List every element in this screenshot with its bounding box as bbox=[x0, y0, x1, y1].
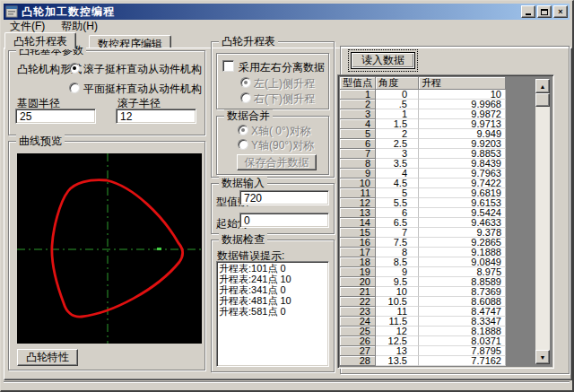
radio-left-lift-label: 左(上)侧升程 bbox=[254, 76, 315, 91]
tab-nc-program-edit[interactable]: 数控程序编辑 bbox=[89, 35, 171, 48]
minimize-button[interactable] bbox=[521, 5, 535, 18]
table-row[interactable]: 319.9872 bbox=[340, 109, 506, 119]
table-row[interactable]: 1789.1888 bbox=[340, 248, 506, 257]
cell-lift: 9.5424 bbox=[419, 208, 506, 218]
table-row[interactable]: 1998.975 bbox=[340, 267, 506, 277]
table-row[interactable]: 41.59.9713 bbox=[340, 119, 506, 129]
table-row[interactable]: 23118.4747 bbox=[340, 307, 506, 317]
table-row[interactable]: 188.59.0849 bbox=[340, 257, 506, 267]
cell-point: 18 bbox=[340, 257, 376, 267]
table-row[interactable]: 125.59.6153 bbox=[340, 198, 506, 208]
radio-x-axis-symmetry bbox=[238, 125, 248, 135]
cell-lift: 9.1888 bbox=[419, 248, 506, 257]
lift-table-header: 型值点 角度 升程 bbox=[340, 77, 552, 90]
cell-angle: .5 bbox=[376, 100, 419, 109]
table-row[interactable]: 2210.58.6088 bbox=[340, 297, 506, 307]
cell-point: 16 bbox=[340, 238, 376, 248]
cell-lift: 8.6088 bbox=[419, 297, 506, 307]
base-radius-input[interactable] bbox=[15, 109, 96, 124]
radio-roller-follower-label[interactable]: 滚子挺杆直动从动件机构 bbox=[83, 62, 202, 77]
scroll-down-button[interactable]: ▼ bbox=[535, 350, 550, 364]
cell-point: 7 bbox=[340, 149, 376, 159]
cell-angle: 13 bbox=[376, 346, 419, 356]
cell-angle: 8.5 bbox=[376, 257, 419, 267]
cell-point: 6 bbox=[340, 139, 376, 149]
cell-angle: 2.5 bbox=[376, 139, 419, 149]
table-row[interactable]: 104.59.7422 bbox=[340, 179, 506, 188]
split-data-checkbox[interactable] bbox=[222, 60, 234, 72]
cell-angle: 10.5 bbox=[376, 297, 419, 307]
cell-angle: 8 bbox=[376, 248, 419, 257]
cell-point: 21 bbox=[340, 287, 376, 297]
cell-point: 22 bbox=[340, 297, 376, 307]
arrow-down-icon: ▼ bbox=[540, 354, 546, 361]
split-data-checkbox-label[interactable]: 采用左右分离数据 bbox=[239, 60, 325, 75]
maximize-button[interactable] bbox=[537, 5, 552, 18]
error-list-item[interactable]: 升程表:241点 10 bbox=[219, 274, 328, 284]
group-curve-preview-title: 曲线预览 bbox=[16, 135, 65, 147]
table-row[interactable]: 739.8853 bbox=[340, 149, 506, 159]
tab-lift-table[interactable]: 凸轮升程表 bbox=[4, 32, 76, 49]
bottom-strip bbox=[4, 381, 570, 389]
cell-lift: 9.949 bbox=[419, 129, 506, 139]
cell-lift: 8.4747 bbox=[419, 307, 506, 317]
table-row[interactable]: 2.59.9968 bbox=[340, 100, 506, 109]
table-row[interactable]: 25128.1888 bbox=[340, 327, 506, 336]
cell-lift: 9.7963 bbox=[419, 169, 506, 179]
title-bar: 凸轮加工数控编程 × bbox=[4, 4, 570, 20]
table-row[interactable]: 1010 bbox=[340, 90, 506, 100]
cell-lift: 9.9713 bbox=[419, 119, 506, 129]
cell-lift: 8.7369 bbox=[419, 287, 506, 297]
header-lift[interactable]: 升程 bbox=[419, 77, 506, 90]
scroll-thumb[interactable] bbox=[535, 93, 550, 107]
cell-angle: 6 bbox=[376, 208, 419, 218]
cell-lift: 7.7162 bbox=[419, 356, 506, 366]
table-row[interactable]: 146.59.4633 bbox=[340, 218, 506, 228]
radio-roller-follower[interactable] bbox=[69, 63, 80, 74]
error-list-item[interactable]: 升程表:481点 10 bbox=[219, 295, 328, 306]
error-list-item[interactable]: 升程表:581点 0 bbox=[219, 306, 328, 317]
cam-characteristics-button[interactable]: 凸轮特性 bbox=[17, 349, 78, 366]
cell-point: 3 bbox=[340, 109, 376, 119]
header-angle[interactable]: 角度 bbox=[376, 77, 419, 90]
table-row[interactable]: 2612.58.0371 bbox=[340, 336, 506, 346]
table-row[interactable]: 167.59.2865 bbox=[340, 238, 506, 248]
table-row[interactable]: 209.58.8589 bbox=[340, 277, 506, 287]
table-body[interactable]: 10102.59.9968319.987241.59.9713529.94962… bbox=[340, 90, 506, 366]
read-data-button[interactable]: 读入数据 bbox=[351, 52, 415, 69]
table-row[interactable]: 1369.5424 bbox=[340, 208, 506, 218]
radio-flat-follower-label[interactable]: 平面挺杆直动从动件机构 bbox=[83, 82, 202, 97]
cell-angle: 7.5 bbox=[376, 238, 419, 248]
table-row[interactable]: 2813.57.7162 bbox=[340, 356, 506, 366]
cell-point: 25 bbox=[340, 327, 376, 336]
group-data-input-title: 数据输入 bbox=[219, 177, 267, 189]
table-row[interactable]: 1579.378 bbox=[340, 228, 506, 238]
menu-bar: 文件(F) 帮助(H) bbox=[4, 20, 570, 33]
minimize-icon bbox=[526, 13, 531, 15]
scroll-up-button[interactable]: ▲ bbox=[535, 79, 550, 93]
close-button[interactable]: × bbox=[553, 5, 568, 18]
point-count-input[interactable] bbox=[239, 190, 329, 205]
table-row[interactable]: 2411.58.3347 bbox=[340, 317, 506, 327]
table-row[interactable]: 949.7963 bbox=[340, 169, 506, 179]
cell-point: 20 bbox=[340, 277, 376, 287]
table-row[interactable]: 83.59.8439 bbox=[340, 159, 506, 169]
table-row[interactable]: 62.59.9203 bbox=[340, 139, 506, 149]
start-angle-input[interactable] bbox=[239, 213, 329, 228]
cell-point: 13 bbox=[340, 208, 376, 218]
cell-lift: 8.975 bbox=[419, 267, 506, 277]
table-row[interactable]: 27137.8795 bbox=[340, 346, 506, 356]
error-listbox[interactable]: 升程表:101点 0升程表:241点 10升程表:341点 0升程表:481点 … bbox=[216, 261, 329, 367]
error-list-item[interactable]: 升程表:101点 0 bbox=[219, 263, 328, 274]
radio-flat-follower[interactable] bbox=[69, 83, 80, 93]
table-row[interactable]: 1159.6819 bbox=[340, 188, 506, 198]
table-scrollbar[interactable]: ▲ ▼ bbox=[535, 79, 550, 364]
table-row[interactable]: 21108.7369 bbox=[340, 287, 506, 297]
roller-radius-input[interactable] bbox=[116, 109, 196, 124]
table-row[interactable]: 529.949 bbox=[340, 129, 506, 139]
radio-right-lift-label: 右(下)侧升程 bbox=[254, 91, 315, 107]
error-list-item[interactable]: 升程表:341点 0 bbox=[219, 284, 328, 295]
lift-table: 型值点 角度 升程 10102.59.9968319.987241.59.971… bbox=[337, 74, 554, 369]
header-point[interactable]: 型值点 bbox=[340, 77, 376, 90]
cell-lift: 10 bbox=[419, 90, 506, 100]
